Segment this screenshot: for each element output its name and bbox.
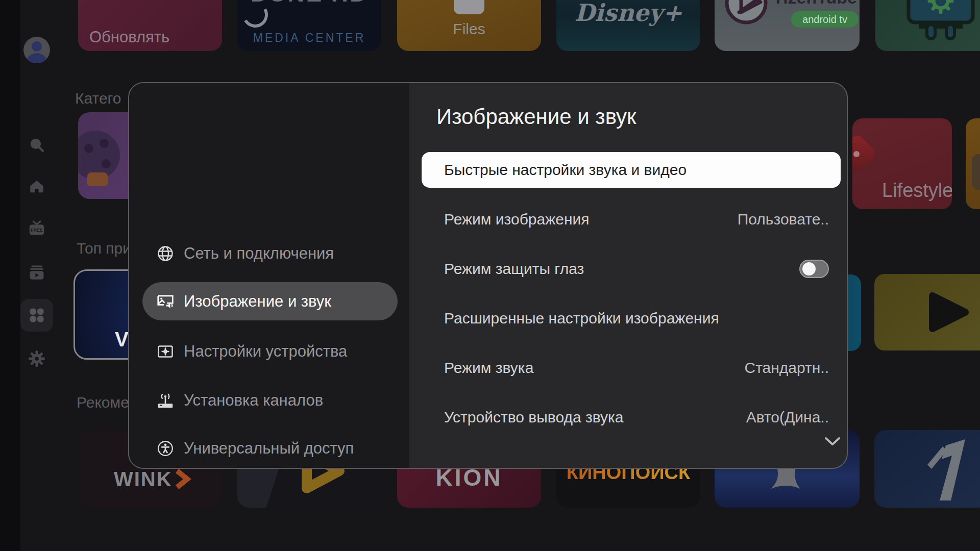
avatar-head — [32, 41, 42, 52]
picture-and-sound-icon — [154, 290, 177, 313]
nav-item-label: Настройки устройства — [184, 342, 347, 361]
monitor-gear-icon — [903, 0, 980, 41]
chevron-down-icon[interactable] — [823, 436, 842, 448]
app-tile-adb[interactable]: AD — [875, 0, 980, 51]
setting-label: Устройство вывода звука — [444, 409, 623, 426]
dialog-title: Изображение и звук — [436, 105, 636, 129]
setting-label: Режим защиты глаз — [444, 260, 584, 278]
folder-icon — [453, 0, 485, 15]
globe-icon — [154, 242, 177, 265]
wink-logo: WINK — [114, 468, 173, 491]
video-library-icon[interactable] — [22, 259, 51, 287]
category-tile-partial-right[interactable] — [966, 118, 980, 209]
nav-item-label: Универсальный доступ — [184, 439, 354, 458]
section-label-categories: Катего — [75, 90, 121, 107]
nav-item-accessibility[interactable]: Универсальный доступ — [142, 429, 398, 467]
partial-shape — [972, 154, 980, 190]
setting-label: Расширенные настройки изображения — [444, 310, 719, 327]
search-icon[interactable] — [22, 131, 51, 159]
section-label-top-apps: Топ при — [77, 240, 131, 257]
disney-plus-logo: Disney+ — [556, 0, 700, 27]
files-tile-label: Files — [397, 20, 541, 38]
setting-row-sound-mode[interactable]: Режим звука Стандартн.. — [444, 350, 829, 386]
app-tile-olive-play[interactable] — [874, 274, 980, 350]
setting-row-eye-protection[interactable]: Режим защиты глаз — [444, 251, 829, 287]
setting-value: Авто(Дина.. — [746, 409, 829, 426]
app-tile-update[interactable]: 0 Обновлять — [78, 0, 222, 51]
film-reel-hole — [100, 139, 109, 148]
app-tile-channel-one[interactable] — [874, 430, 980, 508]
nav-item-picture-sound[interactable]: Изображение и звук — [142, 282, 398, 320]
nav-item-label: Сеть и подключения — [184, 244, 334, 263]
play-triangle-icon — [925, 292, 971, 333]
avatar-shoulders — [27, 53, 47, 63]
film-reel-hole — [84, 144, 93, 153]
app-tile-disney-plus[interactable]: Disney+ — [556, 0, 700, 51]
tizentube-label: TizenTube — [773, 0, 857, 8]
lifestyle-label: Lifestyle — [882, 180, 952, 202]
setting-value: Пользовате.. — [738, 211, 829, 228]
device-settings-icon — [154, 340, 177, 363]
home-icon[interactable] — [22, 172, 51, 201]
setting-label: Режим изображения — [444, 211, 590, 228]
setting-row-advanced-picture[interactable]: Расширенные настройки изображения — [444, 300, 829, 336]
settings-dialog: Сеть и подключения Изображение и звук — [128, 82, 848, 469]
wink-arrow-icon — [174, 469, 192, 489]
nav-item-label: Изображение и звук — [184, 292, 331, 311]
accessibility-icon — [154, 437, 177, 460]
apps-grid-icon — [27, 306, 46, 325]
settings-gear-icon[interactable] — [22, 344, 51, 373]
free-label: FREE — [31, 228, 43, 233]
channel-antenna-icon — [154, 389, 177, 412]
toggle-knob — [802, 262, 816, 276]
apps-grid-item-selected[interactable] — [20, 299, 53, 332]
left-edge-strip — [0, 0, 20, 551]
android-tv-badge: android tv — [791, 11, 859, 28]
android-tv-badge-text: android tv — [802, 14, 847, 26]
update-tile-label: Обновлять — [89, 28, 169, 46]
app-tile-files[interactable]: Files — [397, 0, 541, 51]
film-reel-hole — [102, 159, 111, 168]
avatar[interactable] — [23, 37, 50, 63]
app-tile-tizentube[interactable]: TizenTube android tv — [715, 0, 860, 51]
channel-one-logo — [910, 435, 980, 507]
quick-settings-button[interactable]: Быстрые настройки звука и видео — [422, 152, 841, 188]
nav-item-device-settings[interactable]: Настройки устройства — [142, 332, 398, 370]
pin-dot — [853, 151, 860, 157]
tv-home-screen: 0 Обновлять DUNE HD MEDIA CENTER Files D… — [0, 0, 980, 551]
eye-protection-toggle[interactable] — [799, 260, 829, 278]
focused-tile-logo-text: V — [115, 328, 129, 351]
nav-item-label: Установка каналов — [184, 391, 323, 410]
popcorn-accent — [87, 172, 108, 186]
quick-settings-button-label: Быстрые настройки звука и видео — [444, 161, 687, 179]
live-tv-free-icon[interactable]: FREE — [22, 215, 51, 243]
nav-item-network[interactable]: Сеть и подключения — [142, 234, 398, 272]
setting-row-picture-mode[interactable]: Режим изображения Пользовате.. — [444, 202, 829, 237]
tizentube-logo — [724, 0, 769, 26]
app-tile-dune-hd[interactable]: DUNE HD MEDIA CENTER — [237, 0, 381, 51]
dune-hd-subtitle: MEDIA CENTER — [237, 31, 381, 45]
section-label-recommended: Рекоме — [77, 394, 129, 411]
setting-row-audio-output[interactable]: Устройство вывода звука Авто(Дина.. — [444, 399, 829, 435]
setting-label: Режим звука — [444, 359, 533, 377]
nav-item-channel-install[interactable]: Установка каналов — [142, 381, 398, 419]
category-tile-lifestyle[interactable]: Lifestyle — [852, 118, 952, 209]
setting-value: Стандартн.. — [744, 359, 829, 377]
